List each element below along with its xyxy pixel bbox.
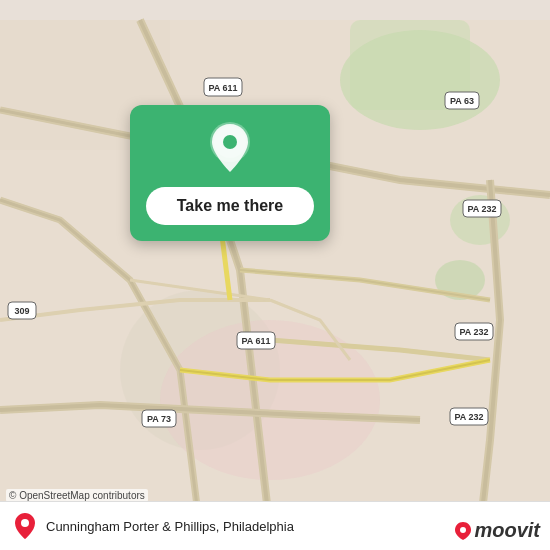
moovit-pin-icon — [455, 521, 471, 541]
svg-point-27 — [21, 519, 29, 527]
moovit-text: moovit — [474, 519, 540, 542]
svg-text:PA 232: PA 232 — [454, 412, 483, 422]
svg-text:PA 232: PA 232 — [459, 327, 488, 337]
svg-point-28 — [460, 527, 466, 533]
location-card: Take me there — [130, 105, 330, 241]
svg-text:PA 232: PA 232 — [467, 204, 496, 214]
moovit-logo: moovit — [455, 519, 540, 542]
svg-text:PA 611: PA 611 — [241, 336, 270, 346]
location-name: Cunningham Porter & Phillips, Philadelph… — [46, 519, 294, 534]
map-container: PA 611 PA 63 PA 232 PA 232 PA 232 PA 611… — [0, 0, 550, 550]
svg-point-26 — [223, 135, 237, 149]
location-pin-icon — [14, 512, 36, 540]
take-me-there-button[interactable]: Take me there — [146, 187, 314, 225]
svg-text:PA 611: PA 611 — [208, 83, 237, 93]
map-background: PA 611 PA 63 PA 232 PA 232 PA 232 PA 611… — [0, 0, 550, 550]
pin-icon — [205, 123, 255, 173]
svg-text:PA 73: PA 73 — [147, 414, 171, 424]
svg-text:309: 309 — [14, 306, 29, 316]
svg-text:PA 63: PA 63 — [450, 96, 474, 106]
